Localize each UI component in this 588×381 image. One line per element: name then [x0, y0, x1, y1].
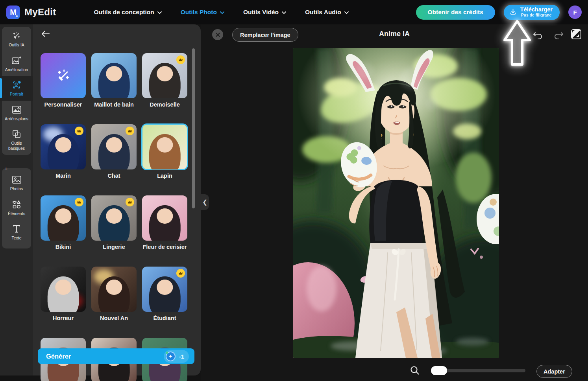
style-label: Marin	[41, 173, 86, 179]
sidebar-item-photos[interactable]: Photos	[2, 171, 31, 195]
brand[interactable]: M MyEdit	[6, 6, 56, 19]
style-label: Lapin	[142, 173, 187, 179]
download-label: Télécharger	[520, 7, 553, 13]
style-label: Demoiselle	[142, 101, 187, 108]
compare-button[interactable]	[569, 28, 583, 41]
sidebar-item-arriere-plans[interactable]: Arrière-plans	[2, 101, 31, 125]
style-label: Nouvel An	[91, 315, 137, 321]
undo-button[interactable]	[531, 29, 545, 41]
myedit-app: M MyEdit Outils de conceptionOutils Phot…	[0, 0, 588, 381]
sidebar-item-label: Texte	[11, 236, 21, 241]
style-tile-etudiant[interactable]	[142, 267, 187, 312]
sidebar-item-label: Outils basiques	[3, 141, 30, 151]
basic-tools-icon	[12, 129, 21, 139]
sidebar-item-portrait[interactable]: Portrait	[0, 76, 33, 101]
nav-item-outils-video[interactable]: Outils Vidéo	[243, 9, 286, 16]
download-sublabel: Pas de filigrane	[521, 13, 552, 18]
canvas-title: Anime IA	[201, 30, 588, 38]
nav-item-outils-audio[interactable]: Outils Audio	[305, 9, 349, 16]
styles-panel: PersonnaliserMaillot de bainDemoiselleMa…	[33, 24, 201, 375]
style-label: Chat	[91, 173, 137, 179]
chevron-down-icon	[344, 11, 349, 14]
zoom-icon	[410, 365, 420, 375]
style-cell: Horreur	[41, 267, 86, 321]
rail-group-1: +PhotosÉlémentsTexte	[2, 168, 31, 248]
redo-button[interactable]	[552, 29, 565, 41]
style-cell: Maillot de bain	[91, 53, 137, 108]
rail-group-0: Outils IAAméliorationPortraitArrière-pla…	[2, 27, 31, 155]
nav-item-label: Outils Vidéo	[243, 9, 279, 16]
credit-cost-badge: ✦ -1	[164, 350, 189, 363]
plus-icon: +	[4, 165, 8, 172]
nav-item-label: Outils Photo	[181, 9, 217, 16]
style-tile-lapin[interactable]	[142, 124, 187, 169]
chevron-left-icon: ❮	[202, 199, 207, 206]
style-label: Bikini	[41, 244, 86, 250]
panel-scrollbar[interactable]	[192, 48, 195, 208]
crown-premium-icon	[75, 198, 83, 206]
style-tile-personnaliser[interactable]	[41, 53, 86, 98]
crown-premium-icon	[126, 198, 134, 206]
collapse-panel-handle[interactable]: ❮	[201, 194, 209, 210]
generate-cost: -1	[179, 353, 184, 360]
undo-icon	[533, 30, 544, 40]
chevron-down-icon	[220, 11, 224, 14]
sidebar-item-outils-basiques[interactable]: Outils basiques	[2, 125, 31, 155]
sidebar-item-amelioration[interactable]: Amélioration	[2, 52, 31, 76]
compare-icon	[570, 28, 582, 40]
nav-item-outils-photo[interactable]: Outils Photo	[181, 9, 224, 16]
style-tile-fleur-de-cerisier[interactable]	[142, 195, 187, 241]
sidebar-item-label: Portrait	[10, 92, 23, 97]
image-enhance-icon	[11, 55, 22, 66]
portrait-icon	[12, 80, 22, 90]
sidebar-item-outils-ia[interactable]: Outils IA	[2, 27, 31, 52]
nav-item-label: Outils Audio	[305, 9, 341, 16]
canvas-area: Remplacer l'image Anime IA	[201, 24, 588, 381]
style-label: Personnaliser	[41, 101, 86, 108]
spark-credit-icon: ✦	[166, 352, 176, 361]
download-button[interactable]: Télécharger Pas de filigrane	[504, 5, 560, 20]
avatar[interactable]: F	[568, 6, 582, 19]
sidebar-item-label: Photos	[10, 186, 23, 191]
get-credits-button[interactable]: Obtenir des crédits	[416, 5, 495, 20]
crown-premium-icon	[75, 127, 83, 135]
magic-wand-icon	[55, 68, 71, 84]
chevron-down-icon	[282, 11, 286, 14]
style-cell: Marin	[41, 124, 86, 179]
style-tile-demoiselle[interactable]	[142, 53, 187, 98]
style-cell: Lingerie	[91, 195, 137, 250]
style-label: Lingerie	[91, 244, 137, 250]
style-tile-maillot-de-bain[interactable]	[91, 53, 137, 98]
style-tile-marin[interactable]	[41, 124, 86, 169]
zoom-slider[interactable]	[431, 369, 525, 372]
style-tile-horreur[interactable]	[41, 267, 86, 312]
sidebar-item-label: Outils IA	[9, 42, 24, 48]
fit-button[interactable]: Adapter	[536, 365, 572, 378]
back-button[interactable]	[40, 29, 52, 39]
style-tile-nouvel-an[interactable]	[91, 267, 137, 312]
style-label: Maillot de bain	[91, 101, 137, 108]
myedit-logo-icon: M	[6, 6, 20, 19]
style-cell: Fleur de cerisier	[142, 195, 187, 250]
style-tile-bikini[interactable]	[41, 195, 86, 241]
crown-premium-icon	[176, 269, 185, 278]
left-rail: Outils IAAméliorationPortraitArrière-pla…	[0, 24, 33, 375]
style-cell: Demoiselle	[142, 53, 187, 108]
sidebar-item-label: Arrière-plans	[5, 116, 28, 121]
top-navigation: Outils de conceptionOutils PhotoOutils V…	[94, 9, 348, 16]
text-icon	[12, 224, 21, 234]
style-tile-lingerie[interactable]	[91, 195, 137, 241]
nav-item-outils-de-conception[interactable]: Outils de conception	[94, 9, 161, 16]
sidebar-item-label: Éléments	[8, 211, 25, 216]
generate-button[interactable]: Générer ✦ -1	[38, 348, 194, 364]
zoom-slider-thumb[interactable]	[431, 366, 447, 375]
style-label: Horreur	[41, 315, 86, 321]
redo-icon	[553, 30, 564, 40]
topbar-right: Obtenir des crédits Télécharger Pas de f…	[416, 5, 582, 20]
sidebar-item-elements[interactable]: Éléments	[2, 195, 31, 220]
sidebar-item-texte[interactable]: Texte	[2, 220, 31, 245]
style-tile-chat[interactable]	[91, 124, 137, 169]
background-icon	[12, 105, 22, 115]
elements-icon	[12, 199, 21, 210]
style-cell: Personnaliser	[41, 53, 86, 108]
